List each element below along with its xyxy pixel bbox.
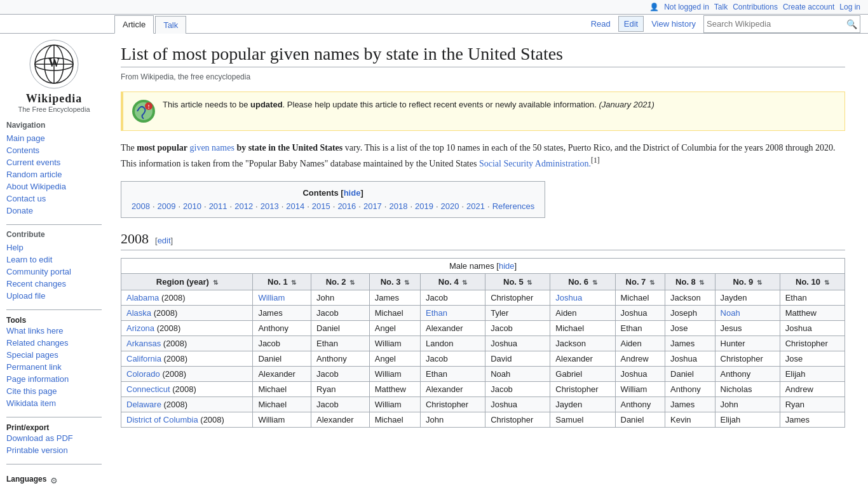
region-link-colorado[interactable]: Colorado bbox=[126, 369, 160, 379]
contents-link-2011[interactable]: 2011 bbox=[209, 201, 227, 211]
col-7[interactable]: No. 7 ⇅ bbox=[615, 274, 665, 290]
contents-link-2015[interactable]: 2015 bbox=[312, 201, 330, 211]
sidebar-item-cite-this-page[interactable]: Cite this page bbox=[6, 385, 102, 397]
col-9[interactable]: No. 9 ⇅ bbox=[715, 274, 780, 290]
col-5[interactable]: No. 5 ⇅ bbox=[485, 274, 550, 290]
name-link[interactable]: William bbox=[258, 293, 285, 302]
col-1[interactable]: No. 1 ⇅ bbox=[253, 274, 311, 290]
col-4[interactable]: No. 4 ⇅ bbox=[420, 274, 485, 290]
edit-link[interactable]: Edit bbox=[618, 16, 644, 32]
main-content: List of most popular given names by stat… bbox=[108, 34, 858, 488]
col-6[interactable]: No. 6 ⇅ bbox=[550, 274, 615, 290]
col-10[interactable]: No. 10 ⇅ bbox=[780, 274, 844, 290]
sidebar-item-main-page[interactable]: Main page bbox=[6, 132, 102, 144]
notice-box: ! This article needs to be updated. Plea… bbox=[121, 92, 845, 131]
contents-link-references[interactable]: References bbox=[492, 201, 534, 211]
table-row: Connecticut (2008) MichaelRyanMatthewAle… bbox=[121, 382, 845, 397]
section-edit-link[interactable]: edit bbox=[158, 236, 171, 245]
region-link-delaware[interactable]: Delaware bbox=[126, 400, 161, 409]
sidebar-item-download-pdf[interactable]: Download as PDF bbox=[6, 432, 102, 444]
contents-hide-link[interactable]: hide bbox=[344, 188, 361, 198]
contents-link-2014[interactable]: 2014 bbox=[286, 201, 304, 211]
contents-link-2019[interactable]: 2019 bbox=[415, 201, 433, 211]
wikipedia-logo: W bbox=[29, 39, 79, 90]
sidebar-item-current-events[interactable]: Current events bbox=[6, 156, 102, 168]
contents-link-2016[interactable]: 2016 bbox=[337, 201, 356, 211]
view-history-link[interactable]: View history bbox=[651, 19, 696, 29]
ssa-link[interactable]: Social Security Administration. bbox=[479, 159, 591, 168]
search-input[interactable] bbox=[707, 19, 846, 29]
region-link-dc[interactable]: District of Columbia bbox=[126, 415, 198, 424]
col-8[interactable]: No. 8 ⇅ bbox=[665, 274, 715, 290]
sidebar-divider-1 bbox=[6, 224, 102, 225]
sidebar-item-permanent-link[interactable]: Permanent link bbox=[6, 361, 102, 373]
sidebar: W Wikipedia The Free Encyclopedia Naviga… bbox=[0, 34, 108, 488]
tab-article[interactable]: Article bbox=[114, 15, 154, 34]
given-names-link[interactable]: given names bbox=[190, 143, 234, 152]
name-link[interactable]: Ethan bbox=[426, 308, 447, 318]
sidebar-item-donate[interactable]: Donate bbox=[6, 205, 102, 217]
table-row: Alaska (2008) JamesJacobMichael Ethan Ty… bbox=[121, 306, 845, 321]
search-box: 🔍 bbox=[703, 15, 860, 33]
contents-link-2021[interactable]: 2021 bbox=[466, 201, 485, 211]
sidebar-item-contents[interactable]: Contents bbox=[6, 144, 102, 156]
region-link-arizona[interactable]: Arizona bbox=[126, 323, 154, 333]
region-link-alaska[interactable]: Alaska bbox=[126, 308, 151, 318]
contents-link-2020[interactable]: 2020 bbox=[441, 201, 459, 211]
sidebar-item-contact[interactable]: Contact us bbox=[6, 193, 102, 205]
region-link-arkansas[interactable]: Arkansas bbox=[126, 339, 161, 348]
contribute-section: Contribute Help Learn to edit Community … bbox=[6, 230, 102, 302]
header: Article Talk Read Edit View history 🔍 bbox=[0, 15, 868, 34]
sidebar-item-help[interactable]: Help bbox=[6, 241, 102, 254]
contents-link-2010[interactable]: 2010 bbox=[183, 201, 201, 211]
tools-section: Tools What links here Related changes Sp… bbox=[6, 315, 102, 409]
sidebar-item-community-portal[interactable]: Community portal bbox=[6, 266, 102, 278]
region-link-connecticut[interactable]: Connecticut bbox=[126, 384, 170, 394]
col-region[interactable]: Region (year) ⇅ bbox=[121, 274, 253, 290]
tab-talk[interactable]: Talk bbox=[155, 16, 186, 34]
sidebar-item-upload-file[interactable]: Upload file bbox=[6, 290, 102, 302]
gear-icon[interactable]: ⚙ bbox=[50, 476, 58, 485]
name-link[interactable]: Noah bbox=[721, 308, 740, 318]
table-row: District of Columbia (2008) WilliamAlexa… bbox=[121, 412, 845, 428]
contribute-title: Contribute bbox=[6, 230, 102, 239]
sidebar-logo: W Wikipedia The Free Encyclopedia bbox=[6, 39, 102, 113]
contents-link-2008[interactable]: 2008 bbox=[132, 201, 150, 211]
update-icon: ! bbox=[131, 98, 156, 124]
contributions-link[interactable]: Contributions bbox=[733, 3, 778, 11]
name-link[interactable]: Joshua bbox=[555, 293, 582, 302]
intro-paragraph: The most popular given names by state in… bbox=[121, 141, 845, 171]
sidebar-item-recent-changes[interactable]: Recent changes bbox=[6, 278, 102, 290]
sidebar-item-printable-version[interactable]: Printable version bbox=[6, 444, 102, 456]
talk-link[interactable]: Talk bbox=[714, 3, 728, 11]
region-link-alabama[interactable]: Alabama bbox=[126, 293, 159, 302]
sidebar-divider-3 bbox=[6, 417, 102, 417]
contents-link-2012[interactable]: 2012 bbox=[234, 201, 253, 211]
search-button[interactable]: 🔍 bbox=[846, 19, 857, 29]
col-3[interactable]: No. 3 ⇅ bbox=[369, 274, 420, 290]
contents-link-2018[interactable]: 2018 bbox=[389, 201, 407, 211]
sidebar-item-what-links-here[interactable]: What links here bbox=[6, 325, 102, 337]
log-in-link[interactable]: Log in bbox=[839, 3, 860, 11]
region-link-california[interactable]: California bbox=[126, 354, 161, 363]
svg-text:W: W bbox=[48, 57, 60, 69]
read-link[interactable]: Read bbox=[591, 19, 611, 29]
sidebar-item-learn-to-edit[interactable]: Learn to edit bbox=[6, 254, 102, 266]
from-wiki: From Wikipedia, the free encyclopedia bbox=[121, 72, 845, 81]
sidebar-item-page-information[interactable]: Page information bbox=[6, 373, 102, 385]
table-row: Colorado (2008) AlexanderJacobWilliamEth… bbox=[121, 367, 845, 382]
contents-link-2013[interactable]: 2013 bbox=[261, 201, 279, 211]
sidebar-item-wikidata-item[interactable]: Wikidata item bbox=[6, 397, 102, 409]
contents-links: 2008· 2009· 2010· 2011· 2012· 2013· 2014… bbox=[132, 201, 534, 211]
table-hide-link[interactable]: hide bbox=[499, 261, 515, 271]
sidebar-item-about[interactable]: About Wikipedia bbox=[6, 180, 102, 193]
col-2[interactable]: No. 2 ⇅ bbox=[311, 274, 370, 290]
sidebar-item-special-pages[interactable]: Special pages bbox=[6, 349, 102, 361]
contents-link-2009[interactable]: 2009 bbox=[158, 201, 176, 211]
sidebar-item-related-changes[interactable]: Related changes bbox=[6, 337, 102, 349]
create-account-link[interactable]: Create account bbox=[783, 3, 834, 11]
contents-link-2017[interactable]: 2017 bbox=[363, 201, 382, 211]
section-2008-header: 2008 [edit] bbox=[121, 231, 845, 250]
table-row: Delaware (2008) MichaelJacobWilliamChris… bbox=[121, 397, 845, 412]
sidebar-item-random-article[interactable]: Random article bbox=[6, 168, 102, 180]
